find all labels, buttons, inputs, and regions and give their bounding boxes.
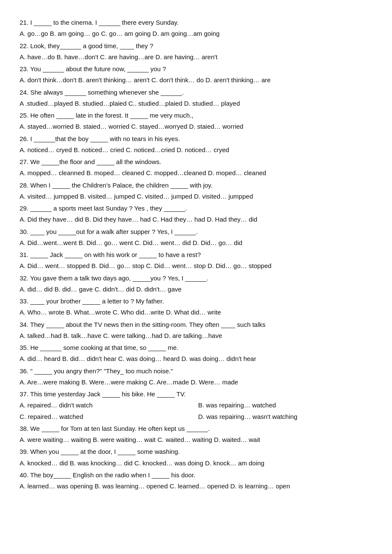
question-text-31: 31. _____ Jack _____ on with his work or…: [20, 249, 372, 260]
question-text-21: 21. I _____ to the cinema. I ______ ther…: [20, 17, 372, 28]
question-text-37: 37. This time yesterday Jack _____ his b…: [20, 389, 372, 400]
question-block-25: 25. He often _____ late in the forest. I…: [20, 110, 372, 133]
question-text-29: 29. ______ a sports meet last Sunday ? Y…: [20, 203, 372, 214]
option-37-3: D. was repairing… wasn't watching: [198, 411, 372, 422]
question-text-28: 28. When I _____ the Children's Palace, …: [20, 180, 372, 191]
question-block-35: 35. He ______ some cooking at that time,…: [20, 342, 372, 365]
question-block-32: 32. You gave them a talk two days ago, _…: [20, 273, 372, 295]
question-block-38: 38. We _____ for Tom at ten last Sunday.…: [20, 423, 372, 446]
exam-content: 21. I _____ to the cinema. I ______ ther…: [20, 17, 372, 492]
question-options-34: A. talked…had B. talk…have C. were talki…: [20, 330, 372, 341]
option-37-2: C. repaired… watched: [20, 411, 194, 422]
question-block-30: 30. ____ you _____out for a walk after s…: [20, 226, 372, 249]
question-options-29: A. Did they have… did B. Did they have… …: [20, 214, 372, 225]
question-options-28: A. visited… jumpped B. visited… jumped C…: [20, 191, 372, 202]
question-block-27: 27. We _____the floor and _____ all the …: [20, 156, 372, 179]
question-options-23: A. don't think…don't B. aren't thinking……: [20, 75, 372, 86]
question-block-29: 29. ______ a sports meet last Sunday ? Y…: [20, 203, 372, 225]
question-block-28: 28. When I _____ the Children's Palace, …: [20, 180, 372, 202]
question-options-24: A .studied…played B. studied…plaied C.. …: [20, 98, 372, 109]
question-block-31: 31. _____ Jack _____ on with his work or…: [20, 249, 372, 272]
question-options-36: A. Are…were making B. Were…were making C…: [20, 377, 372, 388]
question-text-39: 39. When you _____ at the door, I _____ …: [20, 446, 372, 457]
question-options-39: A. knocked… did B. was knocking… did C. …: [20, 458, 372, 469]
question-block-36: 36. " _____ you angry then?" "They_ too …: [20, 366, 372, 388]
question-options-40: A. learned… was opening B. was learning……: [20, 481, 372, 492]
question-block-22: 22. Look, they______ a good time, ____ t…: [20, 40, 372, 63]
question-options-33: A. Who… wrote B. What…wrote C. Who did…w…: [20, 307, 372, 318]
question-text-32: 32. You gave them a talk two days ago, _…: [20, 273, 372, 284]
question-options-21: A. go…go B. am going… go C. go… am going…: [20, 28, 372, 39]
question-options-30: A. Did…went…went B. Did… go… went C. Did…: [20, 237, 372, 248]
question-options-31: A. Did… went… stopped B. Did… go… stop C…: [20, 260, 372, 271]
option-37-0: A. repaired… didn't watch: [20, 400, 194, 411]
question-text-38: 38. We _____ for Tom at ten last Sunday.…: [20, 423, 372, 434]
question-text-40: 40. The boy_____ English on the radio wh…: [20, 470, 372, 481]
question-block-37: 37. This time yesterday Jack _____ his b…: [20, 389, 372, 422]
question-block-34: 34. They _____ about the TV news then in…: [20, 319, 372, 342]
question-options-27: A. mopped… cleanned B. moped… cleaned C.…: [20, 167, 372, 179]
question-options-38: A. were waiting… waiting B. were waiting…: [20, 434, 372, 445]
question-block-33: 33. ____ your brother _____ a letter to …: [20, 296, 372, 318]
question-text-30: 30. ____ you _____out for a walk after s…: [20, 226, 372, 237]
question-options-22: A. have…do B. have…don't C. are having…a…: [20, 52, 372, 63]
option-37-1: B. was repairing… watched: [198, 400, 372, 411]
question-text-36: 36. " _____ you angry then?" "They_ too …: [20, 366, 372, 377]
question-block-21: 21. I _____ to the cinema. I ______ ther…: [20, 17, 372, 40]
question-text-25: 25. He often _____ late in the forest. I…: [20, 110, 372, 121]
question-options-35: A. did… heard B. did… didn't hear C. was…: [20, 353, 372, 364]
question-text-26: 26. I ______that the boy _____ with no t…: [20, 133, 372, 144]
question-options-25: A. stayed…worried B. staied… worried C. …: [20, 121, 372, 132]
question-text-23: 23. You ______ about the future now, ___…: [20, 63, 372, 75]
question-text-24: 24. She always ______ something whenever…: [20, 87, 372, 98]
question-text-27: 27. We _____the floor and _____ all the …: [20, 156, 372, 167]
question-text-22: 22. Look, they______ a good time, ____ t…: [20, 40, 372, 52]
question-options-32: A. did… did B. did… gave C. didn't… did …: [20, 284, 372, 295]
question-options-37: A. repaired… didn't watchB. was repairin…: [20, 400, 372, 422]
question-text-34: 34. They _____ about the TV news then in…: [20, 319, 372, 330]
question-block-23: 23. You ______ about the future now, ___…: [20, 63, 372, 86]
question-text-33: 33. ____ your brother _____ a letter to …: [20, 296, 372, 307]
question-options-26: A. noticed… cryed B. noticed… cried C. n…: [20, 144, 372, 156]
question-block-24: 24. She always ______ something whenever…: [20, 87, 372, 110]
question-block-40: 40. The boy_____ English on the radio wh…: [20, 470, 372, 492]
question-text-35: 35. He ______ some cooking at that time,…: [20, 342, 372, 353]
question-block-39: 39. When you _____ at the door, I _____ …: [20, 446, 372, 469]
question-block-26: 26. I ______that the boy _____ with no t…: [20, 133, 372, 156]
